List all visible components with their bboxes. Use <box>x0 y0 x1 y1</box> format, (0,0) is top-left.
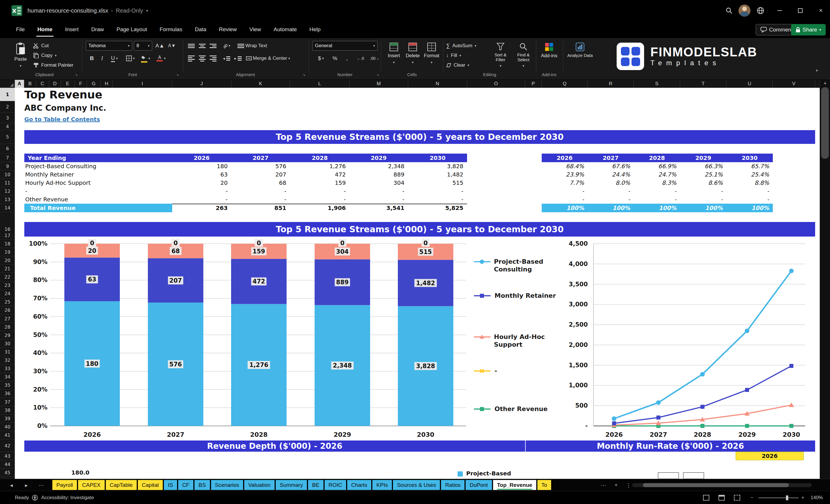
orientation-button[interactable]: ab▾ <box>221 41 232 51</box>
revenue-value-cell[interactable]: 304 <box>356 179 405 187</box>
ribbon-tab-help[interactable]: Help <box>303 21 327 38</box>
ribbon-tab-automate[interactable]: Automate <box>267 21 303 38</box>
row-header-32[interactable]: 32 <box>0 356 15 365</box>
row-header-28[interactable]: 28 <box>0 323 15 331</box>
row-header-40[interactable]: 40 <box>0 423 15 431</box>
row-header-19[interactable]: 19 <box>0 248 15 256</box>
row-header-39[interactable]: 39 <box>0 414 15 423</box>
copy-button[interactable]: Copy ▾ <box>33 51 57 60</box>
column-header-E[interactable]: E <box>61 80 75 88</box>
revenue-pct-cell[interactable]: - <box>680 187 723 195</box>
revenue-value-cell[interactable]: 159 <box>297 179 346 187</box>
legend-item[interactable]: Other Revenue <box>473 405 548 414</box>
align-top-button[interactable] <box>187 41 196 51</box>
row-header-9[interactable]: 9 <box>0 162 15 170</box>
row-header-10[interactable]: 10 <box>0 170 15 179</box>
column-header-H[interactable]: H <box>101 80 113 88</box>
row-header-37[interactable]: 37 <box>0 398 15 406</box>
column-header-K[interactable]: K <box>231 80 290 88</box>
align-right-button[interactable] <box>208 54 218 63</box>
column-header-C[interactable]: C <box>36 80 49 88</box>
sheet-tab-is[interactable]: IS <box>164 480 177 490</box>
revenue-pct-cell[interactable]: 8.0% <box>587 179 630 187</box>
row-header-7[interactable]: 7 <box>0 154 15 162</box>
sheet-tab-sources-uses[interactable]: Sources & Uses <box>393 480 440 490</box>
format-cells-button[interactable]: Format ▾ <box>423 40 441 72</box>
page-layout-view-button[interactable] <box>719 491 725 504</box>
analyze-data-button[interactable]: Analyze Data <box>566 40 594 72</box>
year-ending-header[interactable]: Year Ending <box>28 154 66 162</box>
wrap-text-button[interactable]: Wrap Text <box>237 41 283 51</box>
select-all-corner[interactable] <box>0 80 15 88</box>
year-column-header-pct[interactable]: 2027 <box>588 154 634 162</box>
revenue-value-cell[interactable]: 1,276 <box>297 162 346 170</box>
delete-cells-button[interactable]: Delete ▾ <box>404 40 422 72</box>
percent-style-button[interactable]: % <box>330 54 340 63</box>
ribbon-tab-data[interactable]: Data <box>189 21 213 38</box>
revenue-value-cell[interactable]: 3,828 <box>415 162 463 170</box>
revenue-value-cell[interactable]: - <box>179 187 228 195</box>
tab-overflow-icon[interactable]: ⋯ <box>598 479 609 491</box>
comma-style-button[interactable]: , <box>342 54 352 63</box>
new-sheet-button[interactable]: + <box>611 479 621 491</box>
find-select-button[interactable]: Find & Select ▾ <box>513 40 534 72</box>
paste-button[interactable]: Paste ▾ <box>10 40 31 72</box>
sheet-tab-bs[interactable]: BS <box>194 480 210 490</box>
revenue-pct-cell[interactable]: - <box>726 195 769 204</box>
column-header-M[interactable]: M <box>350 80 408 88</box>
year-column-header[interactable]: 2026 <box>179 154 225 162</box>
revenue-pct-cell[interactable]: 65.7% <box>726 162 769 170</box>
zoom-slider-thumb[interactable] <box>786 496 788 500</box>
row-header-44[interactable]: 44 <box>0 460 15 469</box>
legend-item[interactable]: Project-Based Consulting <box>473 258 557 273</box>
page-break-view-button[interactable] <box>734 491 740 504</box>
row-header-14[interactable]: 14 <box>0 204 15 212</box>
revenue-pct-cell[interactable]: 66.3% <box>680 162 723 170</box>
ribbon-tab-file[interactable]: File <box>10 21 31 38</box>
ribbon-tab-home[interactable]: Home <box>31 21 59 38</box>
insert-cells-button[interactable]: Insert ▾ <box>385 40 403 72</box>
close-button[interactable]: × <box>812 0 830 21</box>
column-header-B[interactable]: B <box>24 80 36 88</box>
zoom-level[interactable]: 140% <box>810 491 823 504</box>
revenue-value-cell[interactable]: - <box>415 195 463 204</box>
accessibility-status[interactable]: Accessibility: Investigate <box>41 491 94 504</box>
toc-link[interactable]: Go to Table of Contents <box>24 116 100 123</box>
sheet-tab-be[interactable]: BE <box>308 480 323 490</box>
revenue-value-cell[interactable]: - <box>179 195 228 204</box>
ribbon-tab-insert[interactable]: Insert <box>59 21 85 38</box>
sheet-tab-cf[interactable]: CF <box>178 480 193 490</box>
total-pct-cell[interactable]: 100% <box>541 204 584 212</box>
legend-item[interactable]: - <box>473 367 497 376</box>
revenue-pct-cell[interactable]: 7.7% <box>541 179 584 187</box>
legend-item[interactable]: Monthly Retainer <box>473 292 556 300</box>
row-header-26[interactable]: 26 <box>0 306 15 315</box>
row-header-4[interactable]: 4 <box>0 123 15 130</box>
row-header-20[interactable]: 20 <box>0 256 15 264</box>
revenue-pct-cell[interactable]: 23.9% <box>541 170 584 179</box>
revenue-pct-cell[interactable]: - <box>587 195 630 204</box>
total-pct-cell[interactable]: 100% <box>587 204 630 212</box>
total-pct-cell[interactable]: 100% <box>634 204 676 212</box>
row-header-42[interactable]: 42 <box>0 440 15 452</box>
row-header-13[interactable]: 13 <box>0 195 15 204</box>
decrease-decimal-button[interactable]: .00→ <box>369 54 381 63</box>
row-header-27[interactable]: 27 <box>0 315 15 323</box>
grow-font-button[interactable]: A▲ <box>154 41 165 51</box>
normal-view-button[interactable] <box>703 491 709 504</box>
column-header-A[interactable]: A <box>15 80 24 88</box>
zoom-in-button[interactable]: + <box>801 491 804 504</box>
sheet-tab-capex[interactable]: CAPEX <box>78 480 104 490</box>
revenue-pct-cell[interactable]: 68.4% <box>541 162 584 170</box>
cut-button[interactable]: Cut <box>33 41 49 50</box>
zoom-out-button[interactable]: − <box>751 491 753 504</box>
sheet-tab-roic[interactable]: ROIC <box>325 480 346 490</box>
row-header-34[interactable]: 34 <box>0 373 15 381</box>
revenue-pct-cell[interactable]: 67.6% <box>587 162 630 170</box>
year-column-header-pct[interactable]: 2029 <box>680 154 726 162</box>
sheet-tab-charts[interactable]: Charts <box>347 480 371 490</box>
ribbon-tab-page-layout[interactable]: Page Layout <box>110 21 153 38</box>
column-header-N[interactable]: N <box>408 80 467 88</box>
column-header-V[interactable]: V <box>773 80 815 88</box>
italic-button[interactable]: I <box>98 54 106 63</box>
